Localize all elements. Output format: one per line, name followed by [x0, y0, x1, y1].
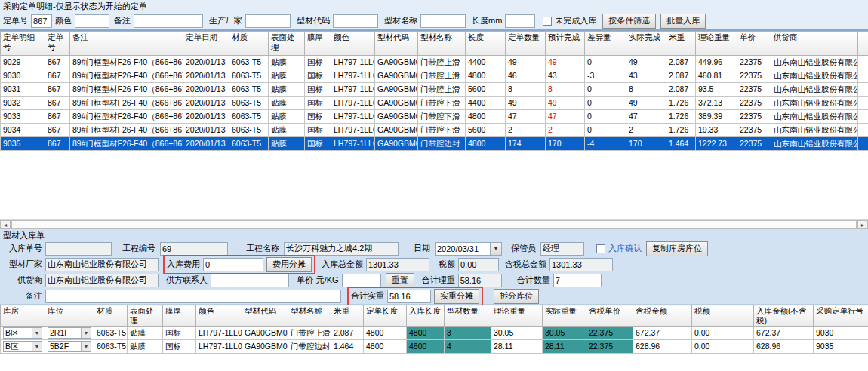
column-header[interactable]: 入库金额(不含税)	[754, 305, 814, 327]
column-header[interactable]: 定单号	[45, 32, 70, 56]
tax-input[interactable]	[458, 258, 499, 271]
column-header[interactable]: 型材名称	[418, 32, 466, 56]
column-header[interactable]: 定单日期	[183, 32, 229, 56]
tax-total-input[interactable]	[549, 258, 613, 271]
column-header[interactable]: 备注	[70, 32, 183, 56]
warehouse-select[interactable]: B区▼	[3, 341, 42, 352]
reset-button[interactable]: 重置	[386, 273, 414, 288]
column-header[interactable]: 预计完成	[546, 32, 585, 56]
column-header[interactable]: 差异量	[585, 32, 626, 56]
cell: 49	[626, 97, 666, 110]
filter-button[interactable]: 按条件筛选	[602, 14, 656, 29]
order-grid-hscrollbar[interactable]: ◄ ►	[0, 219, 868, 229]
inbound-row[interactable]: B区▼2R1F▼6063-T5贴膜国标LH797-1LL0GA90GBM03门带…	[1, 327, 868, 340]
scrollbar-thumb[interactable]	[11, 220, 857, 229]
column-header[interactable]: 颜色	[331, 32, 375, 56]
order-row-9034[interactable]: 903486789#门框型材F26-F40（866+867）2020/01/13…	[1, 124, 868, 137]
cell: 门带腔上滑	[418, 56, 466, 69]
warehouse-select[interactable]: B区▼	[3, 327, 42, 339]
fee-input[interactable]	[203, 258, 263, 271]
column-header[interactable]: 实际重量	[543, 305, 586, 327]
unfinished-checkbox[interactable]	[543, 17, 552, 26]
column-header[interactable]: 材质	[94, 305, 128, 327]
location-select[interactable]: 5B2F▼	[48, 341, 91, 352]
column-header[interactable]	[858, 32, 868, 56]
order-row-9030[interactable]: 903086789#门框型材F26-F40（866+867）2020/01/13…	[1, 69, 868, 83]
cell: -3	[585, 69, 626, 83]
column-header[interactable]: 颜色	[196, 305, 242, 327]
column-header[interactable]: 单价	[737, 32, 771, 56]
column-header[interactable]: 定单长度	[364, 305, 407, 327]
column-header[interactable]: 长度	[466, 32, 506, 56]
scroll-left-icon[interactable]: ◄	[0, 220, 11, 229]
supplier-input[interactable]	[45, 274, 159, 287]
order-row-9032[interactable]: 903286789#门框型材F26-F40（866+867）2020/01/13…	[1, 97, 868, 110]
cell: 1.464	[331, 340, 364, 354]
keeper-input[interactable]	[540, 242, 584, 256]
copy-warehouse-button[interactable]: 复制库房库位	[646, 241, 708, 256]
order-row-9031[interactable]: 903186789#门框型材F26-F40（866+867）2020/01/13…	[1, 83, 868, 97]
inbound-row[interactable]: B区▼5B2F▼6063-T5贴膜国标LH797-1LL0GA90GBM05门带…	[1, 340, 868, 354]
length-filter-input[interactable]	[505, 14, 535, 28]
cell: B区▼	[1, 327, 45, 340]
order-no-input[interactable]	[31, 14, 52, 28]
column-header[interactable]: 含税单价	[586, 305, 633, 327]
column-header[interactable]: 定单明细号	[1, 32, 45, 56]
order-row-9035[interactable]: 903586789#门框型材F26-F40（866+867）2020/01/13…	[1, 137, 868, 151]
column-header[interactable]: 膜厚	[163, 305, 196, 327]
calendar-dropdown-icon[interactable]: ▼	[491, 242, 502, 256]
order-row-9033[interactable]: 903386789#门框型材F26-F40（866+867）2020/01/13…	[1, 110, 868, 124]
cell: 1222.73	[696, 137, 737, 151]
column-header[interactable]: 入库长度	[407, 305, 445, 327]
manufacturer-filter-input[interactable]	[245, 14, 291, 28]
column-header[interactable]: 表面处理	[128, 305, 163, 327]
fee-share-button[interactable]: 费用分摊	[266, 257, 312, 272]
batch-inbound-button[interactable]: 批量入库	[660, 14, 706, 29]
weight-share-button[interactable]: 实重分摊	[434, 289, 479, 304]
remark-input[interactable]	[45, 290, 341, 303]
profile-name-filter-input[interactable]	[420, 14, 466, 28]
column-header[interactable]: 材质	[229, 32, 269, 56]
inbound-no-input[interactable]	[45, 242, 112, 256]
column-header[interactable]: 供货商	[771, 32, 858, 56]
location-select[interactable]: 2R1F▼	[48, 327, 91, 339]
remark-filter-input[interactable]	[134, 14, 203, 28]
column-header[interactable]: 库房	[1, 305, 45, 327]
project-no-input[interactable]	[160, 242, 228, 256]
date-input[interactable]	[435, 242, 491, 256]
column-header[interactable]: 膜厚	[305, 32, 331, 56]
inbound-panel: 型材入库单 入库单号 工程编号 工程名称 日期 ▼ 保管员 入库确认 复制库房库…	[0, 229, 868, 305]
column-header[interactable]: 理论重量	[696, 32, 737, 56]
project-name-input[interactable]	[284, 242, 399, 256]
confirm-checkbox[interactable]	[596, 244, 605, 253]
profile-code-filter-input[interactable]	[333, 14, 378, 28]
scroll-right-icon[interactable]: ►	[857, 220, 868, 229]
color-filter-input[interactable]	[75, 14, 109, 28]
column-header[interactable]: 表面处理	[269, 32, 305, 56]
column-header[interactable]: 库位	[45, 305, 94, 327]
order-row-9029[interactable]: 902986789#门框型材F26-F40（866+867）2020/01/13…	[1, 56, 868, 69]
total-qty-input[interactable]	[553, 274, 602, 287]
column-header[interactable]: 税额	[692, 305, 754, 327]
column-header[interactable]: 采购定单行号	[814, 305, 868, 327]
column-header[interactable]: 型材代码	[375, 32, 418, 56]
contact-input[interactable]	[211, 274, 289, 287]
theory-weight-input[interactable]	[458, 274, 502, 287]
column-header[interactable]: 型材代码	[242, 305, 288, 327]
column-header[interactable]: 理论重量	[491, 305, 543, 327]
project-no-label: 工程编号	[122, 243, 155, 254]
column-header[interactable]: 含税金额	[633, 305, 692, 327]
column-header[interactable]: 型材名称	[288, 305, 331, 327]
unit-price-input[interactable]	[342, 274, 381, 287]
column-header[interactable]: 米重	[331, 305, 364, 327]
project-name-label: 工程名称	[246, 243, 279, 254]
split-location-button[interactable]: 拆分库位	[494, 289, 539, 304]
date-picker[interactable]: ▼	[435, 242, 502, 256]
factory-input[interactable]	[45, 258, 159, 271]
column-header[interactable]: 米重	[666, 32, 696, 56]
column-header[interactable]: 实际完成	[626, 32, 666, 56]
total-amount-input[interactable]	[366, 258, 429, 271]
actual-weight-input[interactable]	[387, 290, 431, 303]
column-header[interactable]: 型材数量	[445, 305, 491, 327]
column-header[interactable]: 定单数量	[506, 32, 546, 56]
